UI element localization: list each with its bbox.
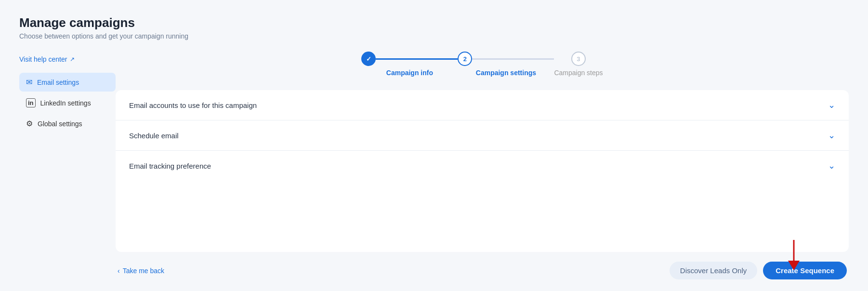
step-3-label: Campaign steps — [554, 69, 603, 77]
chevron-down-icon-email: ⌄ — [828, 100, 835, 110]
step-1-label: Campaign info — [386, 69, 433, 77]
sidebar-item-global-settings[interactable]: ⚙ Global settings — [19, 114, 116, 133]
chevron-down-icon-tracking: ⌄ — [828, 160, 835, 171]
step-1-circle: ✓ — [361, 52, 376, 66]
step-campaign-info: ✓ Campaign info — [361, 52, 458, 77]
back-arrow-icon: ‹ — [118, 267, 120, 275]
accordion-schedule-email-label: Schedule email — [129, 132, 179, 140]
take-back-label: Take me back — [123, 267, 164, 275]
sidebar-item-label-global: Global settings — [38, 120, 82, 128]
sidebar-item-label-email: Email settings — [37, 79, 79, 86]
visit-help-link[interactable]: Visit help center ↗ — [19, 55, 116, 63]
step-2-label: Campaign settings — [476, 69, 536, 77]
create-sequence-button[interactable]: Create Sequence — [763, 262, 847, 279]
sidebar-item-email-settings[interactable]: ✉ Email settings — [19, 73, 116, 92]
gear-icon: ⚙ — [26, 119, 33, 128]
footer: ‹ Take me back Discover Leads Only Creat… — [116, 262, 849, 279]
page-title: Manage campaigns — [19, 15, 849, 30]
visit-help-label: Visit help center — [19, 55, 67, 63]
accordion-schedule-email[interactable]: Schedule email ⌄ — [116, 120, 849, 151]
sidebar-item-label-linkedin: LinkedIn settings — [40, 99, 91, 107]
email-icon: ✉ — [26, 78, 32, 87]
sidebar: Visit help center ↗ ✉ Email settings in … — [19, 52, 116, 279]
accordion-email-tracking[interactable]: Email tracking preference ⌄ — [116, 151, 849, 181]
step-campaign-settings: 2 Campaign settings — [458, 52, 554, 77]
accordion-email-tracking-label: Email tracking preference — [129, 162, 211, 170]
linkedin-icon: in — [26, 98, 36, 107]
take-back-button[interactable]: ‹ Take me back — [118, 267, 164, 275]
stepper: ✓ Campaign info 2 Campaign settings — [116, 52, 849, 77]
external-link-icon: ↗ — [70, 56, 75, 63]
step-line-2 — [472, 58, 554, 60]
content-area: Email accounts to use for this campaign … — [116, 90, 849, 252]
step-line-1 — [376, 58, 458, 60]
footer-right-actions: Discover Leads Only Create Sequence — [670, 262, 847, 279]
right-panel: ✓ Campaign info 2 Campaign settings — [116, 52, 849, 279]
accordion-email-accounts-label: Email accounts to use for this campaign — [129, 101, 257, 109]
step-2-circle: 2 — [458, 52, 472, 66]
step-3-circle: 3 — [571, 52, 586, 66]
sidebar-item-linkedin-settings[interactable]: in LinkedIn settings — [19, 93, 116, 112]
discover-leads-only-button[interactable]: Discover Leads Only — [670, 262, 757, 279]
accordion-email-accounts[interactable]: Email accounts to use for this campaign … — [116, 90, 849, 120]
chevron-down-icon-schedule: ⌄ — [828, 130, 835, 141]
page-subtitle: Choose between options and get your camp… — [19, 32, 849, 40]
step-campaign-steps: 3 Campaign steps — [554, 52, 603, 77]
